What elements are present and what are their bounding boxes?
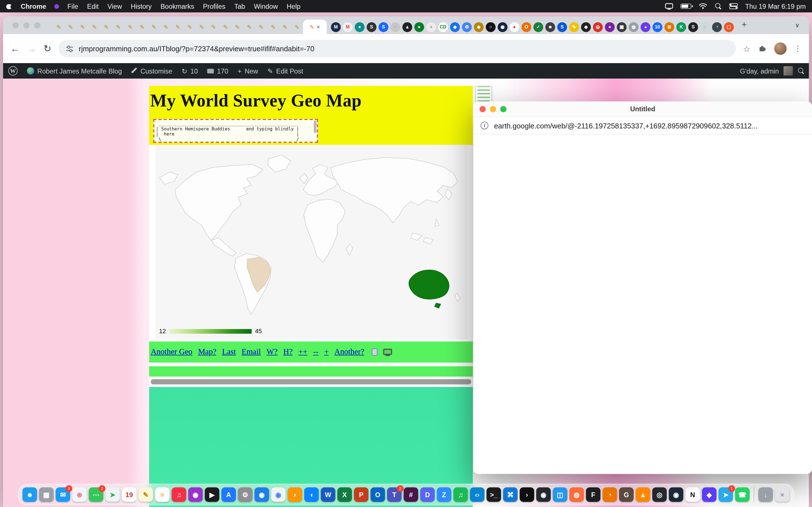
edit-post-menu[interactable]: ✎ Edit Post bbox=[267, 67, 303, 75]
dock-app-mail[interactable]: ✉ 3 bbox=[56, 487, 70, 502]
dock-app-appstore[interactable]: A bbox=[221, 487, 236, 502]
url-text[interactable]: rjmprogramming.com.au/ITblog/?p=72374&pr… bbox=[79, 45, 314, 53]
extensions-icon[interactable] bbox=[758, 44, 767, 53]
dock-app-notes[interactable]: ✎ bbox=[139, 487, 153, 502]
pinned-tab[interactable]: S bbox=[688, 22, 698, 32]
dock-app-photos[interactable]: ⊛ bbox=[72, 487, 87, 502]
pinned-tab[interactable]: ✎ bbox=[172, 20, 184, 34]
wifi-icon[interactable] bbox=[699, 3, 707, 10]
pinned-tab[interactable]: ✎ bbox=[267, 20, 279, 34]
menu-item[interactable]: History bbox=[131, 2, 152, 10]
dock-app-gimp[interactable]: G bbox=[619, 487, 633, 502]
dock-app-calendar[interactable]: 19 bbox=[122, 487, 137, 502]
pinned-tab[interactable]: ● bbox=[414, 22, 424, 32]
bookmark-star-icon[interactable]: ☆ bbox=[743, 44, 750, 54]
pinned-tab[interactable]: ◌ bbox=[391, 22, 400, 32]
active-app-name[interactable]: Chrome bbox=[20, 2, 46, 10]
pinned-tab[interactable]: ◌ bbox=[700, 22, 710, 32]
pinned-tab[interactable]: ○ bbox=[486, 22, 496, 32]
region-africa[interactable] bbox=[304, 199, 345, 262]
dock-app-tv[interactable]: ▶ bbox=[205, 487, 219, 502]
dock-app-chrome[interactable]: ◉ bbox=[271, 487, 286, 502]
dock-app-obs[interactable]: ◎ bbox=[652, 487, 666, 502]
region-alaska[interactable] bbox=[160, 172, 178, 184]
horizontal-scrollbar[interactable] bbox=[149, 379, 473, 385]
menubar-clock[interactable]: Thu 19 Mar 6:19 pm bbox=[745, 2, 806, 10]
region-north-america[interactable] bbox=[175, 165, 263, 240]
dock-app-vlc[interactable]: ▲ bbox=[636, 487, 650, 502]
dock-app-excel[interactable]: X bbox=[338, 487, 352, 502]
dock-app-teams[interactable]: T 2 bbox=[387, 487, 402, 502]
dock-app-downloads[interactable]: ↓ bbox=[758, 487, 773, 502]
dock-app-telegram[interactable]: ➤ 1 bbox=[718, 487, 733, 502]
tab-close-icon[interactable]: × bbox=[316, 24, 320, 30]
admin-avatar[interactable] bbox=[783, 66, 793, 75]
dock-app-podcasts[interactable]: ◉ bbox=[188, 487, 203, 502]
page-link[interactable]: Another Geo bbox=[151, 347, 192, 356]
kebab-menu-icon[interactable]: ⋮ bbox=[794, 44, 802, 53]
dock-app-obsidian[interactable]: ◆ bbox=[702, 487, 716, 502]
dock-app-zoom[interactable]: Z bbox=[437, 487, 451, 502]
pinned-tab[interactable]: ✎ bbox=[148, 20, 160, 34]
pinned-tab[interactable]: ✎ bbox=[196, 20, 207, 34]
dock-app-steam[interactable]: ◉ bbox=[669, 487, 683, 502]
new-content-menu[interactable]: + New bbox=[238, 67, 258, 75]
pinned-tab[interactable]: 10 bbox=[652, 22, 662, 32]
textarea-scrollbar[interactable] bbox=[314, 121, 316, 133]
pinned-tab[interactable]: S bbox=[366, 22, 376, 32]
page-link[interactable]: + bbox=[324, 347, 329, 356]
site-info-icon[interactable] bbox=[66, 45, 73, 53]
region-new-zealand[interactable] bbox=[455, 293, 460, 301]
pinned-tab[interactable]: ✎ bbox=[232, 20, 243, 34]
pinned-tab[interactable]: ✎ bbox=[291, 20, 303, 34]
dock-app-firefox[interactable]: ◗ bbox=[288, 487, 302, 502]
dock-app-vscode[interactable]: ‹› bbox=[470, 487, 485, 502]
recording-indicator-icon[interactable] bbox=[54, 4, 59, 9]
battery-icon[interactable] bbox=[680, 4, 691, 9]
pinned-tab[interactable]: ✎ bbox=[77, 20, 89, 34]
region-madagascar[interactable] bbox=[346, 244, 353, 256]
pinned-tab[interactable]: ✎ bbox=[124, 20, 136, 34]
dock-app-blender[interactable]: ◔ bbox=[603, 487, 617, 502]
pinned-tab[interactable]: ◆ bbox=[581, 22, 591, 32]
pinned-tab[interactable]: S bbox=[557, 22, 567, 32]
pinned-tab[interactable]: ✎ bbox=[65, 20, 77, 34]
dock-app-iterm[interactable]: › bbox=[520, 487, 534, 502]
profile-avatar[interactable] bbox=[774, 43, 786, 55]
menu-item[interactable]: Tab bbox=[234, 2, 245, 10]
menu-item[interactable]: Edit bbox=[87, 2, 99, 10]
menu-item[interactable]: Bookmarks bbox=[160, 2, 194, 10]
scrollbar-thumb[interactable] bbox=[151, 379, 471, 384]
pinned-tab[interactable]: ✎ bbox=[243, 20, 255, 34]
dock-app-music[interactable]: ♫ bbox=[172, 487, 186, 502]
pinned-tab[interactable]: M bbox=[331, 22, 341, 32]
pinned-tab[interactable]: ✎ bbox=[160, 20, 172, 34]
reload-button[interactable]: ↻ bbox=[43, 43, 51, 54]
display-icon[interactable] bbox=[665, 3, 673, 10]
region-indonesia-2[interactable] bbox=[423, 238, 434, 244]
region-asia[interactable] bbox=[331, 158, 458, 223]
pinned-tab[interactable]: ▲ bbox=[402, 22, 412, 32]
pinned-tab[interactable]: ■ bbox=[545, 22, 555, 32]
pinned-tab[interactable]: ≣ bbox=[665, 22, 674, 32]
pinned-tab[interactable]: ◆ bbox=[450, 22, 460, 32]
comments-menu[interactable]: 170 bbox=[207, 67, 229, 75]
page-link[interactable]: ++ bbox=[298, 347, 307, 356]
dock-app-postman[interactable]: ◍ bbox=[569, 487, 583, 502]
pinned-tab[interactable]: ✎ bbox=[89, 20, 100, 34]
computer-icon[interactable] bbox=[384, 349, 392, 355]
menu-item[interactable]: View bbox=[107, 2, 122, 10]
region-central-america[interactable] bbox=[211, 238, 236, 257]
region-japan[interactable] bbox=[445, 189, 452, 200]
popup-url-text[interactable]: earth.google.com/web/@-2116.197258135337… bbox=[494, 121, 758, 129]
forward-button[interactable]: → bbox=[27, 43, 36, 54]
menu-item[interactable]: Profiles bbox=[203, 2, 225, 10]
dock-app-github[interactable]: ◉ bbox=[536, 487, 551, 502]
pinned-tab[interactable]: ● bbox=[355, 22, 364, 32]
active-tab[interactable]: ✎ × bbox=[303, 20, 326, 34]
new-tab-button[interactable]: + bbox=[738, 18, 750, 31]
pinned-tab[interactable]: M bbox=[343, 22, 353, 32]
pinned-tab[interactable]: S bbox=[378, 22, 389, 32]
page-link[interactable]: H? bbox=[283, 347, 293, 356]
menu-item[interactable]: File bbox=[67, 2, 78, 10]
